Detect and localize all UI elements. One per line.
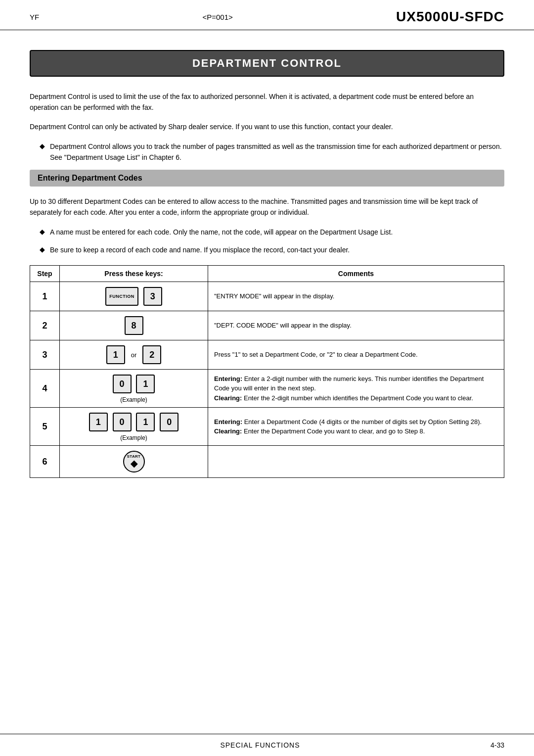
bullet-item-3: ◆ Be sure to keep a record of each code … (30, 245, 504, 256)
start-icon: ◆ (131, 459, 137, 469)
key-1d: 1 (136, 413, 155, 431)
bullet-text-1: Department Control allows you to track t… (50, 142, 504, 163)
table-row: 1 FUNCTION 3 "ENTRY MODE" will appear in… (30, 282, 504, 311)
key-0b: 0 (113, 413, 132, 431)
clearing-text-2: Enter the Department Code you want to cl… (242, 427, 425, 435)
press-cell: START ◆ (60, 446, 208, 478)
footer-center: SPECIAL FUNCTIONS (220, 741, 300, 749)
table-row: 5 1 0 1 0 (Example) Entering: Enter a De… (30, 408, 504, 446)
key-0: 0 (113, 375, 132, 393)
step-number: 3 (30, 340, 60, 370)
step-number: 4 (30, 370, 60, 408)
diamond-icon-2: ◆ (40, 228, 45, 236)
step-number: 2 (30, 311, 60, 340)
step-number: 1 (30, 282, 60, 311)
header-center: <P=001> (202, 13, 232, 21)
footer-right: 4-33 (490, 741, 504, 749)
comment-cell: Entering: Enter a Department Code (4 dig… (208, 408, 504, 446)
entering-text: Enter a 2-digit number with the numeric … (214, 375, 484, 392)
diamond-icon-1: ◆ (40, 142, 45, 150)
table-row: 3 1 or 2 Press "1" to set a Department C… (30, 340, 504, 370)
header-right: UX5000U-SFDC (396, 9, 504, 25)
comment-cell (208, 446, 504, 478)
key-0c: 0 (160, 413, 178, 431)
key-3: 3 (143, 287, 162, 306)
header-left: YF (30, 13, 39, 21)
function-key: FUNCTION (105, 287, 138, 306)
comment-cell: Entering: Enter a 2-digit number with th… (208, 370, 504, 408)
sub-section-header: Entering Department Codes (30, 170, 504, 187)
key-1: 1 (106, 345, 125, 364)
steps-table: Step Press these keys: Comments 1 FUNCTI… (30, 265, 504, 478)
comment-cell: Press "1" to set a Department Code, or "… (208, 340, 504, 370)
col-header-comments: Comments (208, 266, 504, 282)
footer: SPECIAL FUNCTIONS 4-33 (0, 734, 534, 756)
bullet-text-2: A name must be entered for each code. On… (50, 227, 393, 238)
key-1b: 1 (136, 375, 155, 393)
diamond-icon-3: ◆ (40, 245, 45, 253)
comment-cell: "DEPT. CODE MODE" will appear in the dis… (208, 311, 504, 340)
header: YF <P=001> UX5000U-SFDC (0, 0, 534, 30)
bullet-item-2: ◆ A name must be entered for each code. … (30, 227, 504, 238)
example-label: (Example) (66, 396, 202, 403)
step-number: 5 (30, 408, 60, 446)
entering-label: Entering: (214, 375, 242, 382)
key-2: 2 (142, 345, 161, 364)
paragraph-2: Department Control can only be activated… (30, 122, 504, 133)
clearing-label: Clearing: (214, 394, 242, 402)
key-8: 8 (125, 316, 143, 335)
table-row: 4 0 1 (Example) Entering: Enter a 2-digi… (30, 370, 504, 408)
entering-text-2: Enter a Department Code (4 digits or the… (242, 418, 482, 425)
main-title-text: DEPARTMENT CONTROL (192, 57, 342, 69)
paragraph-1: Department Control is used to limit the … (30, 92, 504, 113)
bullet-text-3: Be sure to keep a record of each code an… (50, 245, 350, 256)
page: YF <P=001> UX5000U-SFDC DEPARTMENT CONTR… (0, 0, 534, 756)
table-row: 2 8 "DEPT. CODE MODE" will appear in the… (30, 311, 504, 340)
sub-section-title: Entering Department Codes (38, 174, 142, 182)
press-cell: 8 (60, 311, 208, 340)
table-row: 6 START ◆ (30, 446, 504, 478)
start-key: START ◆ (123, 451, 145, 472)
clearing-label-2: Clearing: (214, 427, 242, 435)
press-cell: FUNCTION 3 (60, 282, 208, 311)
content-area: DEPARTMENT CONTROL Department Control is… (0, 30, 534, 513)
comment-cell: "ENTRY MODE" will appear in the display. (208, 282, 504, 311)
or-label: or (131, 351, 137, 359)
main-title-banner: DEPARTMENT CONTROL (30, 50, 504, 77)
press-cell: 1 0 1 0 (Example) (60, 408, 208, 446)
step-number: 6 (30, 446, 60, 478)
bullet-item-1: ◆ Department Control allows you to track… (30, 142, 504, 163)
col-header-step: Step (30, 266, 60, 282)
press-cell: 1 or 2 (60, 340, 208, 370)
clearing-text: Enter the 2-digit number which identifie… (242, 394, 473, 402)
entering-label-2: Entering: (214, 418, 242, 425)
key-1c: 1 (89, 413, 108, 431)
col-header-press: Press these keys: (60, 266, 208, 282)
table-header-row: Step Press these keys: Comments (30, 266, 504, 282)
sub-intro-text: Up to 30 different Department Codes can … (30, 196, 504, 218)
example-label-2: (Example) (66, 434, 202, 441)
press-cell: 0 1 (Example) (60, 370, 208, 408)
